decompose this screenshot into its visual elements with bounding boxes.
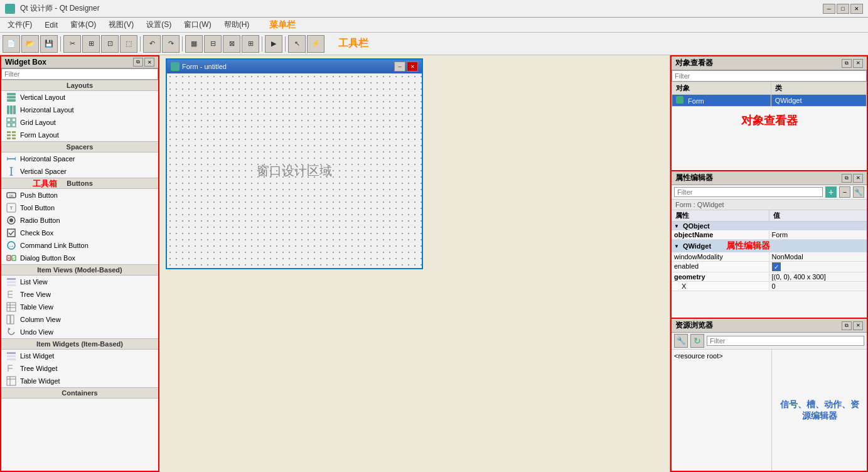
prop-editor-close[interactable]: ✕ <box>853 174 863 183</box>
toolbar-btn5[interactable]: ⊞ <box>82 35 100 53</box>
obj-col-object: 对象 <box>672 82 771 95</box>
toolbar-pointer[interactable]: ↖ <box>288 35 306 53</box>
table-row[interactable]: Form QWidget <box>672 95 867 107</box>
menu-file[interactable]: 文件(F) <box>3 18 37 31</box>
svg-rect-6 <box>7 118 11 122</box>
res-filter-input[interactable] <box>707 336 864 346</box>
resource-browser-float[interactable]: ⧉ <box>842 321 852 330</box>
svg-marker-17 <box>7 157 9 161</box>
menu-help[interactable]: 帮助(H) <box>219 18 255 31</box>
menu-edit[interactable]: Edit <box>40 19 63 31</box>
obj-inspector-filter[interactable] <box>672 70 867 82</box>
pushbtn-icon: OK <box>6 190 16 200</box>
widget-box-filter[interactable] <box>1 68 158 80</box>
maximize-button[interactable]: □ <box>837 4 849 14</box>
qobject-collapse[interactable] <box>674 223 679 229</box>
svg-rect-1 <box>7 96 16 99</box>
toolbar-btn8[interactable]: ↶ <box>143 35 161 53</box>
widget-horizontal-layout[interactable]: Horizontal Layout <box>1 104 158 116</box>
toolbar-open[interactable]: 📂 <box>21 35 39 53</box>
res-refresh-btn[interactable]: ↻ <box>690 334 704 348</box>
widget-box-title: Widget Box <box>5 58 46 67</box>
res-edit-btn[interactable]: 🔧 <box>674 334 688 348</box>
prop-editor-controls: ⧉ ✕ <box>842 174 863 183</box>
widget-command-link[interactable]: → Command Link Button <box>1 239 158 252</box>
listview-icon <box>6 277 16 287</box>
prop-row-windowmodality: windowModality NonModal <box>672 252 867 262</box>
menu-bar: 文件(F) Edit 窗体(O) 视图(V) 设置(S) 窗口(W) 帮助(H)… <box>0 18 868 33</box>
dialogbtn-icon: ✕✓ <box>6 253 16 263</box>
widget-form-layout[interactable]: Form Layout <box>1 129 158 141</box>
toolbar-new[interactable]: 📄 <box>3 35 20 53</box>
svg-text:OK: OK <box>9 194 14 198</box>
widget-tree-view[interactable]: Tree View <box>1 288 158 301</box>
undoview-icon <box>6 327 16 337</box>
prop-category-qwidget: QWidget 属性编辑器 <box>672 240 867 252</box>
widget-box-close[interactable]: ✕ <box>144 58 154 67</box>
toolbar-preview[interactable]: ▶ <box>265 35 282 53</box>
app-icon <box>5 4 15 14</box>
treeview-icon <box>6 289 16 299</box>
vspacer-icon <box>6 166 16 176</box>
toolbar-sep4 <box>262 36 262 51</box>
prop-add-button[interactable]: + <box>825 186 837 198</box>
toolbar-btn10[interactable]: ▦ <box>185 35 203 53</box>
svg-rect-11 <box>12 131 16 133</box>
widget-vertical-spacer[interactable]: Vertical Spacer <box>1 165 158 178</box>
menu-view[interactable]: 视图(V) <box>104 18 139 31</box>
widget-push-button[interactable]: OK Push Button <box>1 189 158 201</box>
res-toolbar: 🔧 ↻ <box>672 333 867 350</box>
widget-table-widget[interactable]: Table Widget <box>1 375 158 387</box>
toolbar-btn13[interactable]: ⊞ <box>242 35 259 53</box>
title-controls: ─ □ ✕ <box>823 4 863 14</box>
widget-undo-view[interactable]: Undo View <box>1 326 158 338</box>
toolbar-connect[interactable]: ⚡ <box>307 35 324 53</box>
widget-list-view[interactable]: List View <box>1 276 158 288</box>
widget-grid-layout[interactable]: Grid Layout <box>1 116 158 129</box>
svg-rect-15 <box>12 137 16 139</box>
widget-dialog-button[interactable]: ✕✓ Dialog Button Box <box>1 252 158 264</box>
resource-browser-title: 资源浏览器 <box>675 320 713 331</box>
menubar-annotation: 菜单栏 <box>269 19 296 31</box>
qwidget-collapse[interactable] <box>674 244 679 249</box>
obj-inspector-controls: ⧉ ✕ <box>842 59 863 68</box>
widget-radio-button[interactable]: Radio Button <box>1 214 158 227</box>
res-root: <resource root> <box>674 352 723 360</box>
menu-settings[interactable]: 设置(S) <box>141 18 176 31</box>
prop-editor-float[interactable]: ⧉ <box>842 174 852 183</box>
prop-delete-button[interactable]: − <box>839 186 850 198</box>
widget-vertical-layout[interactable]: Vertical Layout <box>1 91 158 104</box>
form-design-area[interactable]: 窗口设计区域 <box>167 73 422 268</box>
widget-table-view[interactable]: Table View <box>1 301 158 313</box>
toolbar-btn6[interactable]: ⊡ <box>101 35 119 53</box>
toolbar-btn9[interactable]: ↷ <box>162 35 179 53</box>
minimize-button[interactable]: ─ <box>823 4 835 14</box>
widget-tree-widget[interactable]: Tree Widget <box>1 362 158 375</box>
widget-box-float[interactable]: ⧉ <box>133 58 143 67</box>
form-minimize[interactable]: ─ <box>394 62 405 72</box>
menu-window[interactable]: 窗体(O) <box>65 18 101 31</box>
menu-winmenu[interactable]: 窗口(W) <box>179 18 216 31</box>
obj-inspector-float[interactable]: ⧉ <box>842 59 852 68</box>
enabled-checkbox[interactable]: ✓ <box>772 262 781 271</box>
widget-check-box[interactable]: Check Box <box>1 227 158 239</box>
widget-list-widget[interactable]: List Widget <box>1 350 158 362</box>
prop-wrench-button[interactable]: 🔧 <box>853 186 864 198</box>
prop-editor-title: 属性编辑器 <box>675 173 713 183</box>
resource-browser-close[interactable]: ✕ <box>853 321 863 330</box>
toolbar-btn4[interactable]: ✂ <box>63 35 81 53</box>
listwidget-icon <box>6 351 16 361</box>
form-close[interactable]: ✕ <box>407 62 418 72</box>
widget-tool-button[interactable]: T Tool Button <box>1 201 158 214</box>
obj-inspector-annotation: 对象查看器 <box>672 107 867 134</box>
toolbar-btn12[interactable]: ⊠ <box>223 35 240 53</box>
toolbar-btn7[interactable]: ⬚ <box>120 35 137 53</box>
toolbar-btn11[interactable]: ⊟ <box>204 35 222 53</box>
obj-inspector-close[interactable]: ✕ <box>853 59 863 68</box>
close-button[interactable]: ✕ <box>850 4 863 14</box>
tablewidget-icon <box>6 376 16 386</box>
toolbar-save[interactable]: 💾 <box>40 35 58 53</box>
widget-column-view[interactable]: Column View <box>1 313 158 326</box>
prop-filter-input[interactable] <box>674 187 823 197</box>
widget-horizontal-spacer[interactable]: Horizontal Spacer <box>1 153 158 165</box>
